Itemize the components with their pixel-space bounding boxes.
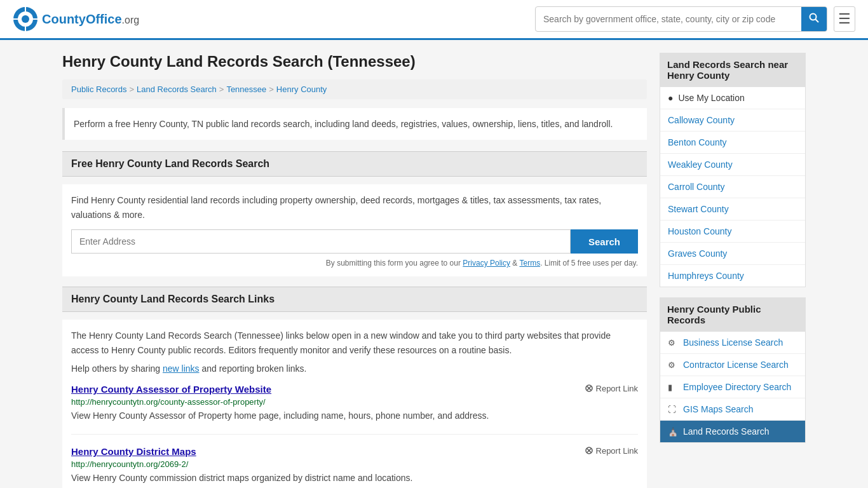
houston-county-item[interactable]: Houston County [660, 220, 805, 243]
nearby-heading: Land Records Search near Henry County [660, 53, 806, 87]
breadcrumb-tennessee[interactable]: Tennessee [226, 85, 266, 94]
land-icon: ⛪ [668, 427, 678, 437]
report-link-2[interactable]: Report Link [585, 446, 638, 456]
page-title: Henry County Land Records Search (Tennes… [62, 53, 647, 71]
new-links-link[interactable]: new links [163, 363, 200, 374]
links-section-heading: Henry County Land Records Search Links [62, 287, 647, 312]
carroll-county-link[interactable]: Carroll County [668, 182, 724, 192]
share-note: Help others by sharing new links and rep… [71, 363, 638, 374]
global-search-button[interactable] [801, 7, 827, 31]
stewart-county-link[interactable]: Stewart County [668, 204, 729, 214]
graves-county-link[interactable]: Graves County [668, 248, 727, 259]
public-records-section: Henry County Public Records ⚙ Business L… [660, 297, 806, 443]
link-item-2-desc: View Henry County commission district ma… [71, 471, 638, 485]
map-icon: ⛶ [668, 405, 678, 414]
employee-directory-link[interactable]: Employee Directory Search [683, 382, 791, 392]
link-item-1-desc: View Henry County Assessor of Property h… [71, 409, 638, 423]
land-records-link[interactable]: Land Records Search [683, 426, 769, 437]
link-item-1-header: Henry County Assessor of Property Websit… [71, 384, 638, 395]
stewart-county-item[interactable]: Stewart County [660, 198, 805, 220]
header-right: ☰ [535, 6, 855, 32]
main-container: Henry County Land Records Search (Tennes… [53, 40, 815, 488]
content-area: Henry County Land Records Search (Tennes… [62, 53, 647, 488]
logo-text: CountyOffice.org [42, 12, 139, 27]
address-search-box: Find Henry County residential land recor… [62, 184, 647, 276]
humphreys-county-link[interactable]: Humphreys County [668, 271, 744, 281]
report-icon-2 [585, 446, 593, 455]
logo-area: CountyOffice.org [13, 6, 139, 32]
link-item-2-title[interactable]: Henry County District Maps [71, 446, 196, 457]
weakley-county-link[interactable]: Weakley County [668, 159, 733, 170]
benton-county-item[interactable]: Benton County [660, 132, 805, 154]
breadcrumb: Public Records > Land Records Search > T… [62, 79, 647, 99]
nearby-section: Land Records Search near Henry County ● … [660, 53, 806, 287]
svg-line-8 [816, 20, 819, 23]
hamburger-menu[interactable]: ☰ [834, 6, 855, 32]
use-location-item[interactable]: ● Use My Location [660, 87, 805, 109]
search-icon [809, 13, 819, 23]
link-item-1-title[interactable]: Henry County Assessor of Property Websit… [71, 384, 271, 395]
links-description: The Henry County Land Records Search (Te… [71, 329, 638, 357]
address-search-form: Search [71, 229, 638, 254]
weakley-county-item[interactable]: Weakley County [660, 154, 805, 176]
svg-point-7 [810, 14, 817, 20]
global-search-bar [535, 6, 827, 32]
breadcrumb-sep-2: > [219, 85, 224, 94]
public-records-heading: Henry County Public Records [660, 297, 806, 332]
address-input[interactable] [71, 229, 571, 254]
calloway-county-link[interactable]: Calloway County [668, 115, 735, 125]
calloway-county-item[interactable]: Calloway County [660, 109, 805, 132]
use-location-label[interactable]: Use My Location [678, 93, 744, 103]
page-description: Perform a free Henry County, TN public l… [62, 108, 647, 140]
employee-directory-item[interactable]: ▮ Employee Directory Search [660, 376, 805, 398]
link-item-2-header: Henry County District Maps Report Link [71, 446, 638, 457]
houston-county-link[interactable]: Houston County [668, 226, 731, 236]
breadcrumb-sep-3: > [269, 85, 274, 94]
breadcrumb-henry-county[interactable]: Henry County [276, 85, 327, 94]
breadcrumb-sep-1: > [129, 85, 134, 94]
nearby-links: ● Use My Location Calloway County Benton… [660, 87, 806, 287]
address-search-button[interactable]: Search [571, 229, 638, 254]
privacy-policy-link[interactable]: Privacy Policy [463, 259, 510, 268]
land-records-item[interactable]: ⛪ Land Records Search [660, 421, 805, 442]
breadcrumb-public-records[interactable]: Public Records [71, 85, 126, 94]
links-section: The Henry County Land Records Search (Te… [62, 320, 647, 488]
terms-link[interactable]: Terms [519, 259, 540, 268]
free-search-description: Find Henry County residential land recor… [71, 193, 638, 222]
svg-point-2 [22, 15, 29, 23]
report-link-1[interactable]: Report Link [585, 384, 638, 393]
report-icon-1 [585, 384, 593, 393]
global-search-input[interactable] [536, 9, 801, 29]
free-search-heading: Free Henry County Land Records Search [62, 151, 647, 177]
benton-county-link[interactable]: Benton County [668, 137, 727, 147]
link-item-1: Henry County Assessor of Property Websit… [71, 384, 638, 435]
link-item-2-url[interactable]: http://henrycountytn.org/2069-2/ [71, 459, 638, 469]
logo-icon [13, 6, 38, 32]
public-records-links: ⚙ Business License Search ⚙ Contractor L… [660, 332, 806, 443]
site-header: CountyOffice.org ☰ [0, 0, 868, 40]
link-item-1-url[interactable]: http://henrycountytn.org/county-assessor… [71, 397, 638, 407]
location-pin-icon: ● [668, 93, 673, 103]
gis-maps-link[interactable]: GIS Maps Search [683, 404, 754, 414]
contractor-license-link[interactable]: Contractor License Search [683, 360, 789, 370]
gear-icon-1: ⚙ [668, 338, 678, 348]
link-item-2: Henry County District Maps Report Link h… [71, 446, 638, 488]
business-license-item[interactable]: ⚙ Business License Search [660, 332, 805, 354]
gear-icon-2: ⚙ [668, 360, 678, 370]
business-license-link[interactable]: Business License Search [683, 337, 783, 348]
breadcrumb-land-records[interactable]: Land Records Search [137, 85, 217, 94]
graves-county-item[interactable]: Graves County [660, 243, 805, 265]
book-icon: ▮ [668, 383, 678, 392]
form-note: By submitting this form you agree to our… [71, 259, 638, 268]
humphreys-county-item[interactable]: Humphreys County [660, 265, 805, 287]
gis-maps-item[interactable]: ⛶ GIS Maps Search [660, 398, 805, 421]
contractor-license-item[interactable]: ⚙ Contractor License Search [660, 354, 805, 376]
sidebar: Land Records Search near Henry County ● … [660, 53, 806, 488]
carroll-county-item[interactable]: Carroll County [660, 176, 805, 198]
